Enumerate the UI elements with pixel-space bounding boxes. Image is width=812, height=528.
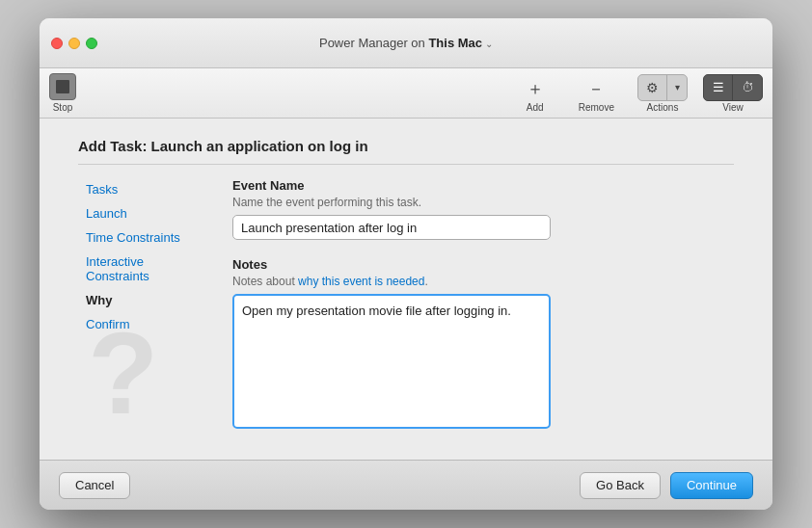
notes-hint-suffix: .	[424, 275, 427, 288]
main-window: Power Manager on This Mac⌄ Stop ＋ Add － …	[40, 18, 772, 510]
notes-hint: Notes about why this event is needed.	[232, 275, 734, 288]
notes-section: Notes Notes about why this event is need…	[232, 257, 734, 432]
nav-item-interactive-constraints[interactable]: Interactive Constraints	[78, 251, 213, 287]
remove-icon: －	[583, 76, 609, 101]
form-area: Event Name Name the event performing thi…	[232, 178, 734, 440]
titlebar: Power Manager on This Mac⌄	[40, 18, 772, 68]
nav-item-tasks[interactable]: Tasks	[78, 178, 213, 200]
notes-hint-prefix: Notes about	[232, 275, 298, 288]
go-back-button[interactable]: Go Back	[580, 472, 661, 499]
notes-hint-link[interactable]: why this event is needed	[298, 275, 424, 288]
continue-button[interactable]: Continue	[670, 472, 753, 499]
dialog-header: Add Task: Launch an application on log i…	[78, 138, 734, 165]
add-button[interactable]: ＋ Add	[515, 76, 555, 113]
view-list-icon[interactable]: ☰	[704, 75, 733, 100]
add-label: Add	[527, 102, 544, 113]
window-title: Power Manager on This Mac⌄	[319, 36, 493, 50]
dialog-area: Add Task: Launch an application on log i…	[40, 119, 772, 460]
notes-label: Notes	[232, 257, 734, 272]
close-button[interactable]	[51, 38, 63, 49]
stop-button[interactable]	[49, 73, 76, 100]
maximize-button[interactable]	[86, 38, 97, 49]
view-timeline-icon[interactable]: ⏱	[733, 75, 762, 100]
stop-icon	[56, 80, 69, 93]
footer-right: Go Back Continue	[580, 472, 753, 499]
event-name-label: Event Name	[232, 178, 734, 193]
title-prefix: Power Manager on	[319, 36, 428, 50]
toolbar-actions-group: ＋ Add － Remove ⚙ ▾ Actions ☰ ⏱	[515, 74, 763, 113]
notes-textarea[interactable]: Open my presentation movie file after lo…	[232, 294, 551, 429]
view-button-row: ☰ ⏱	[703, 74, 763, 101]
add-icon: ＋	[523, 76, 548, 101]
question-mark-decoration: ?	[88, 315, 158, 431]
stop-button-group: Stop	[49, 73, 76, 113]
actions-gear-icon[interactable]: ⚙	[638, 75, 667, 100]
actions-chevron-icon[interactable]: ▾	[667, 75, 687, 100]
title-highlight: This Mac	[428, 36, 482, 50]
nav-item-launch[interactable]: Launch	[78, 202, 213, 224]
view-group: ☰ ⏱ View	[703, 74, 763, 113]
actions-label: Actions	[647, 102, 679, 113]
toolbar: Stop ＋ Add － Remove ⚙ ▾ Actions	[40, 68, 772, 119]
remove-label: Remove	[579, 102, 614, 113]
footer: Cancel Go Back Continue	[40, 460, 772, 510]
cancel-button[interactable]: Cancel	[59, 472, 130, 499]
nav-item-time-constraints[interactable]: Time Constraints	[78, 226, 213, 249]
remove-button[interactable]: － Remove	[571, 76, 622, 113]
event-name-section: Event Name Name the event performing thi…	[232, 178, 734, 240]
dialog-body: ? Tasks Launch Time Constraints Interact…	[78, 178, 734, 440]
title-chevron-icon[interactable]: ⌄	[485, 39, 493, 49]
actions-button-row: ⚙ ▾	[637, 74, 688, 101]
stop-label: Stop	[53, 102, 73, 113]
event-name-hint: Name the event performing this task.	[232, 196, 734, 209]
minimize-button[interactable]	[68, 38, 80, 49]
main-content: Add Task: Launch an application on log i…	[40, 119, 772, 460]
event-name-input[interactable]	[232, 215, 551, 240]
traffic-lights	[51, 38, 97, 49]
actions-group: ⚙ ▾ Actions	[637, 74, 688, 113]
view-label: View	[722, 102, 744, 113]
sidebar-nav: ? Tasks Launch Time Constraints Interact…	[78, 178, 232, 440]
